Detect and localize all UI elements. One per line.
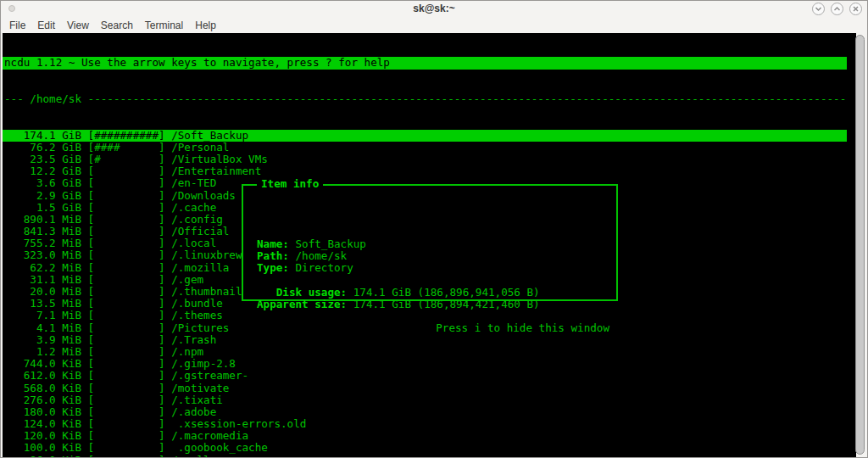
maximize-button[interactable]: [831, 3, 843, 15]
menu-terminal[interactable]: Terminal: [143, 19, 185, 32]
file-row[interactable]: 12.2 GiB [ ] /Entertainment: [3, 165, 856, 177]
file-row[interactable]: 96.0 KiB [ ] /.wallp: [3, 455, 856, 457]
titlebar[interactable]: sk@sk:~: [1, 1, 867, 17]
info-body: Name: Soft_BackupPath: /home/skType: Dir…: [243, 226, 616, 335]
file-row[interactable]: 276.0 KiB [ ] /.tixati: [3, 394, 856, 406]
menu-view[interactable]: View: [65, 19, 91, 32]
menu-edit[interactable]: Edit: [36, 19, 57, 32]
menu-help[interactable]: Help: [193, 19, 218, 32]
file-row[interactable]: 174.1 GiB [##########] /Soft_Backup: [3, 130, 847, 142]
info-line: [243, 226, 616, 238]
menu-search[interactable]: Search: [99, 19, 135, 32]
file-row[interactable]: 23.5 GiB [# ] /VirtualBox VMs: [3, 154, 856, 165]
file-row[interactable]: 76.2 GiB [#### ] /Personal: [3, 142, 856, 154]
file-row[interactable]: 100.0 KiB [ ] .goobook_cache: [3, 442, 856, 454]
info-line: Path: /home/sk: [243, 250, 616, 262]
item-info-dialog: Item info Name: Soft_BackupPath: /home/s…: [242, 184, 618, 301]
terminal-window: sk@sk:~ FileEditViewSearchTerminalHelp n…: [0, 0, 868, 458]
scrollbar[interactable]: [855, 35, 865, 455]
file-row[interactable]: 180.0 KiB [ ] /.adobe: [3, 406, 856, 418]
path-line: --- /home/sk ---------------------------…: [3, 93, 856, 105]
close-button[interactable]: [849, 3, 862, 15]
info-line: Apparent size: 174.1 GiB (186,894,421,46…: [243, 299, 616, 310]
info-line: Disk usage: 174.1 GiB (186,896,941,056 B…: [243, 287, 616, 299]
minimize-button[interactable]: [812, 3, 825, 15]
file-row[interactable]: 568.0 KiB [ ] /motivate: [3, 383, 856, 394]
menu-file[interactable]: File: [8, 19, 27, 32]
info-line: [243, 274, 616, 286]
file-row[interactable]: 124.0 KiB [ ] .xsession-errors.old: [3, 418, 856, 430]
info-line: Name: Soft_Backup: [243, 238, 616, 250]
info-line: [243, 310, 616, 322]
file-row[interactable]: 744.0 KiB [ ] /.gimp-2.8: [3, 358, 856, 370]
window-title: sk@sk:~: [1, 3, 867, 14]
close-icon: [852, 5, 860, 13]
chevron-down-icon: [815, 5, 822, 13]
file-row[interactable]: 120.0 KiB [ ] /.macromedia: [3, 430, 856, 442]
terminal-screen[interactable]: ncdu 1.12 ~ Use the arrow keys to naviga…: [3, 33, 856, 457]
menubar: FileEditViewSearchTerminalHelp: [1, 17, 867, 33]
dialog-hint: Press i to hide this window: [243, 322, 616, 334]
window-controls: [812, 3, 862, 15]
info-line: Type: Directory: [243, 262, 616, 274]
dialog-title: Item info: [257, 178, 323, 190]
chevron-up-icon: [833, 5, 841, 13]
file-row[interactable]: 612.0 KiB [ ] /.gstreamer-: [3, 370, 856, 382]
ncdu-header: ncdu 1.12 ~ Use the arrow keys to naviga…: [3, 57, 847, 69]
